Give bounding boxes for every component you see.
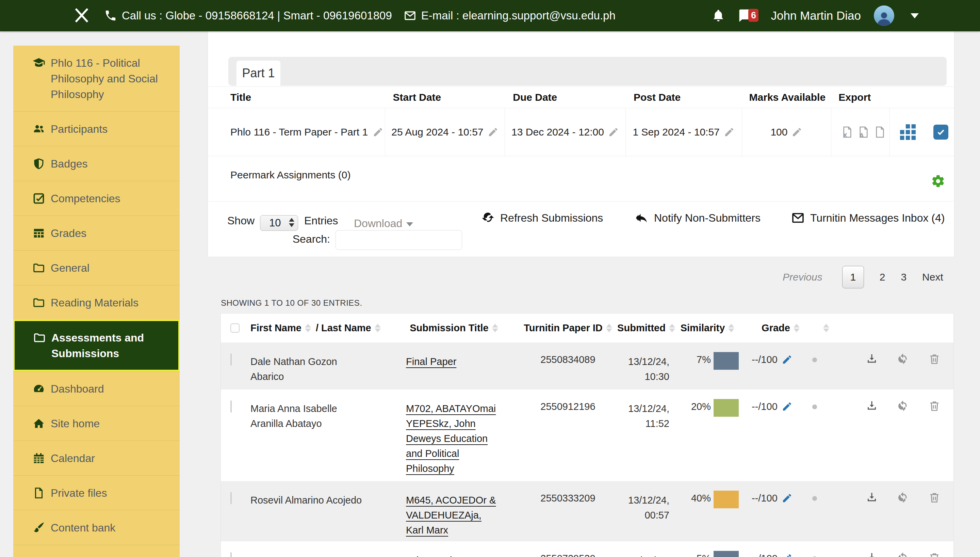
trash-icon[interactable] [928,491,941,503]
dashboard-gauge-icon [32,382,45,395]
trash-icon[interactable] [928,400,941,412]
sidebar-item-label: Site home [51,416,163,432]
edit-grade-pencil-icon[interactable] [782,493,792,503]
edit-post-date-pencil-icon[interactable] [724,127,735,138]
assignment-table: Title Start Date Due Date Post Date Mark… [208,86,954,156]
download-icon[interactable] [866,552,878,557]
start-date-value: 25 Aug 2024 - 10:57 [391,126,483,138]
similarity-percent: 5% [696,553,711,557]
edit-title-pencil-icon[interactable] [373,127,383,138]
quickmark-check-icon[interactable] [933,125,948,140]
sidebar-item-site-home[interactable]: Site home [13,406,180,441]
trash-icon[interactable] [928,552,941,557]
pagination-page-3[interactable]: 3 [901,271,907,283]
submission-title-link[interactable]: M645, ACOJEDOr & VALDEHUEZAja, Karl Marx [406,493,498,537]
user-menu-caret-icon[interactable] [910,13,919,18]
sidebar-item-reading-materials[interactable]: Reading Materials [13,285,180,320]
edit-start-date-pencil-icon[interactable] [488,127,498,138]
gear-icon[interactable] [931,174,945,188]
excel-glyph: X [843,132,847,139]
pdf-file-icon[interactable]: A [857,124,870,140]
pagination-next[interactable]: Next [922,271,943,283]
sidebar-item-private-files[interactable]: Private files [13,475,180,510]
search-input[interactable] [336,230,462,250]
col-submitted[interactable]: Submitted [619,322,673,334]
entries-select[interactable]: 10 [260,215,298,231]
sort-icon[interactable] [305,324,311,332]
col-similarity[interactable]: Similarity [673,322,741,334]
paper-id: 2550834089 [517,342,619,389]
email-text: E-mail : elearning.support@vsu.edu.ph [421,9,616,22]
row-checkbox[interactable] [230,552,232,557]
refresh-icon[interactable] [897,353,909,365]
first-name-header[interactable]: First Name [250,322,302,334]
edit-grade-pencil-icon[interactable] [782,401,792,412]
col-grade[interactable]: Grade [741,322,820,334]
similarity-bar[interactable] [714,352,739,370]
sidebar-item-badges[interactable]: Badges [13,146,180,181]
notify-non-submitters-button[interactable]: Notify Non-Submitters [635,211,761,225]
refresh-icon[interactable] [897,491,909,503]
user-name[interactable]: John Martin Diao [771,9,861,23]
row-checkbox[interactable] [230,401,232,413]
sidebar-item-competencies[interactable]: Competencies [13,181,180,215]
select-all-checkbox[interactable] [230,323,240,333]
turnitin-inbox-button[interactable]: Turnitin Messages Inbox (4) [791,211,944,225]
submissions-header: First Name / Last Name Submission Title … [221,314,954,342]
submission-title-link[interactable]: M702, ABATAYOmai YEPESkz, John Deweys Ed… [406,401,498,476]
edit-grade-pencil-icon[interactable] [782,354,792,365]
row-checkbox[interactable] [230,492,232,504]
similarity-percent: 40% [691,493,711,541]
last-name-header[interactable]: / Last Name [316,322,371,334]
sidebar-item-dashboard[interactable]: Dashboard [13,371,180,406]
rubric-grid-icon[interactable] [900,124,916,140]
pagination-page-1[interactable]: 1 [842,266,864,288]
entries-select-value: 10 [269,217,281,229]
sidebar-item-participants[interactable]: Participants [13,111,180,146]
sidebar-item-label: Content bank [51,520,163,536]
col-paper-id[interactable]: Turnitin Paper ID [517,322,619,334]
sort-icon[interactable] [375,324,381,332]
row-checkbox[interactable] [230,353,232,366]
sidebar-item-assessments[interactable]: Assessments and Submissions [13,320,180,371]
edit-marks-pencil-icon[interactable] [792,127,802,138]
refresh-icon[interactable] [897,400,909,412]
refresh-submissions-button[interactable]: Refresh Submissions [481,211,603,225]
similarity-percent: 20% [691,401,711,481]
excel-file-icon[interactable]: X [841,124,854,140]
download-icon[interactable] [866,400,878,412]
tab-label: Part 1 [242,66,274,80]
pagination-previous[interactable]: Previous [783,271,823,283]
col-submission-title[interactable]: Submission Title [391,322,517,334]
similarity-bar[interactable] [714,490,739,508]
avatar[interactable] [874,5,894,26]
submission-title-link[interactable]: Final Paper [406,354,456,369]
sidebar-item-course[interactable]: Phlo 116 - Political Philosophy and Soci… [13,46,180,111]
pagination-page-2[interactable]: 2 [879,271,886,283]
submission-title-link[interactable]: John Rawls [406,553,457,557]
paper-id-header: Turnitin Paper ID [524,322,602,334]
col-actions[interactable] [820,324,954,332]
similarity-bar[interactable] [714,551,739,557]
refresh-icon[interactable] [897,552,909,557]
download-icon[interactable] [866,353,878,365]
notifications-bell-icon[interactable] [712,9,725,23]
submissions-table: First Name / Last Name Submission Title … [221,313,954,557]
download-dropdown[interactable]: Download [354,217,413,230]
download-icon[interactable] [866,491,878,503]
trash-icon[interactable] [928,353,941,365]
messages-icon[interactable]: 6 [738,8,753,23]
edit-grade-pencil-icon[interactable] [782,553,792,557]
edit-due-date-pencil-icon[interactable] [608,127,619,138]
sidebar-item-content-bank[interactable]: Content bank [13,510,180,545]
sidebar-item-calendar[interactable]: Calendar [13,441,180,475]
folder-icon [32,296,45,309]
tab-part-1[interactable]: Part 1 [237,60,281,86]
sidebar-item-grades[interactable]: Grades [13,215,180,250]
close-icon[interactable] [72,5,91,26]
users-icon [32,122,45,135]
sidebar-item-label: General [51,260,163,276]
file-icon[interactable] [873,124,886,140]
similarity-bar[interactable] [714,399,739,417]
sidebar-item-general[interactable]: General [13,250,180,285]
